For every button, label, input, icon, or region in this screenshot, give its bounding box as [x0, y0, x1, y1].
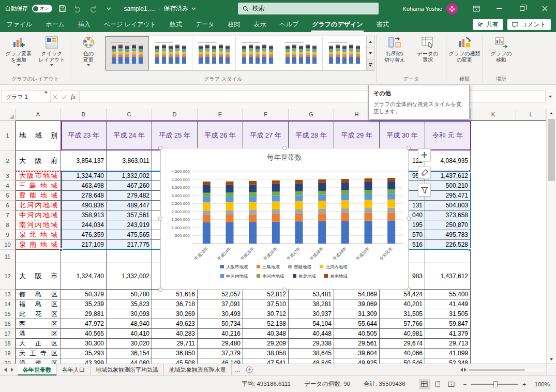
cell-H16[interactable]: 55,644	[334, 319, 380, 329]
gallery-more-button[interactable]	[367, 59, 374, 70]
cell-B12[interactable]: 1,324,740	[61, 263, 107, 290]
cell-C1[interactable]: 平成 24 年	[107, 120, 152, 150]
cell-F15[interactable]: 30,712	[243, 309, 289, 319]
cell-I13[interactable]: 54,424	[380, 290, 425, 299]
cell-J6[interactable]: 504,803	[425, 201, 471, 210]
cell-G20[interactable]: 48,845	[289, 358, 334, 364]
column-header-G[interactable]: G	[289, 109, 334, 120]
cell-B1[interactable]: 平成 23 年	[61, 120, 107, 150]
select-data-button[interactable]: データの 選択	[411, 34, 444, 63]
cell-B10[interactable]: 217,109	[61, 240, 107, 250]
cell-A8[interactable]: 南河内地域	[16, 220, 61, 230]
row-header-12[interactable]: 12	[0, 263, 16, 290]
restore-button[interactable]	[510, 0, 533, 17]
cell-C9[interactable]: 475,565	[107, 230, 152, 240]
cell-F14[interactable]: 37,510	[243, 299, 289, 309]
cell-J10[interactable]: 226,528	[425, 240, 471, 250]
cell-K17[interactable]	[471, 329, 516, 339]
gallery-scroll-up-button[interactable]	[367, 36, 374, 48]
column-header-F[interactable]: F	[243, 109, 289, 120]
cell-A13[interactable]: 都島区	[16, 290, 61, 299]
row-header-11[interactable]: 11	[0, 250, 16, 263]
quick-layout-button[interactable]: クイック レイアウト	[35, 34, 68, 66]
cell-C4[interactable]: 467,260	[107, 181, 152, 191]
select-all-corner[interactable]	[0, 109, 16, 120]
cell-L12[interactable]	[516, 263, 546, 290]
cell-L9[interactable]	[516, 230, 546, 240]
cell-C11[interactable]	[107, 250, 152, 263]
cell-J1[interactable]: 令和 元 年	[425, 120, 471, 150]
user-name[interactable]: Kohama Yoshie	[403, 6, 442, 12]
cell-B8[interactable]: 244,034	[61, 220, 107, 230]
cell-E1[interactable]: 平成 26 年	[198, 120, 243, 150]
cell-B15[interactable]: 29,881	[61, 309, 107, 319]
cell-D20[interactable]: 45,508	[152, 358, 198, 364]
cell-K11[interactable]	[471, 250, 516, 263]
document-title[interactable]: sample1.… - 保存済み	[124, 4, 196, 13]
row-header-14[interactable]: 14	[0, 299, 16, 309]
chart-resize-handle-sw[interactable]	[158, 288, 162, 292]
cell-A4[interactable]: 三島地域	[16, 181, 61, 191]
column-header-L[interactable]: L	[516, 109, 546, 120]
cell-E19[interactable]: 37,379	[198, 349, 243, 358]
cell-E15[interactable]: 30,493	[198, 309, 243, 319]
cell-C8[interactable]: 243,919	[107, 220, 152, 230]
zoom-level[interactable]: 100%	[530, 381, 550, 387]
cell-L14[interactable]	[516, 299, 546, 309]
row-header-10[interactable]: 10	[0, 240, 16, 250]
cell-J9[interactable]: 495,783	[425, 230, 471, 240]
cell-C17[interactable]: 40,410	[107, 329, 152, 339]
cell-B14[interactable]: 35,239	[61, 299, 107, 309]
row-header-19[interactable]: 19	[0, 349, 16, 358]
cell-I17[interactable]: 40,981	[380, 329, 425, 339]
cell-D16[interactable]: 49,623	[152, 319, 198, 329]
cell-I20[interactable]: 50,546	[380, 358, 425, 364]
tab-insert[interactable]: 挿入	[71, 17, 97, 32]
cell-G16[interactable]: 54,104	[289, 319, 334, 329]
hscroll-left-icon[interactable]	[460, 368, 463, 372]
cell-L2[interactable]	[516, 150, 546, 171]
cell-C7[interactable]: 357,561	[107, 210, 152, 220]
cell-J7[interactable]: 373,658	[425, 210, 471, 220]
cell-B3[interactable]: 1,324,740	[61, 171, 107, 181]
tab-chart-design[interactable]: グラフのデザイン	[305, 17, 369, 32]
page-break-preview-button[interactable]	[446, 379, 457, 389]
cell-A10[interactable]: 泉南地域	[16, 240, 61, 250]
tab-overflow-ellipsis[interactable]: …	[232, 364, 244, 375]
chart-filters-button[interactable]	[418, 184, 431, 197]
cell-D19[interactable]: 36,850	[152, 349, 198, 358]
cell-K4[interactable]	[471, 181, 516, 191]
cell-D15[interactable]: 30,269	[152, 309, 198, 319]
row-header-3[interactable]: 3	[0, 171, 16, 181]
chart-style-thumbnail-2[interactable]	[149, 36, 192, 70]
row-header-18[interactable]: 18	[0, 339, 16, 349]
cell-J17[interactable]: 41,379	[425, 329, 471, 339]
column-header-C[interactable]: C	[107, 109, 152, 120]
tab-view[interactable]: 表示	[247, 17, 273, 32]
tab-home[interactable]: ホーム	[39, 17, 71, 32]
cell-H18[interactable]: 29,561	[334, 339, 380, 349]
range-handle[interactable]	[468, 170, 471, 173]
row-header-16[interactable]: 16	[0, 319, 16, 329]
cell-E16[interactable]: 50,734	[198, 319, 243, 329]
autosave-toggle[interactable]: オン	[32, 5, 52, 12]
cell-C6[interactable]: 489,447	[107, 201, 152, 210]
cell-K3[interactable]	[471, 171, 516, 181]
cell-F1[interactable]: 平成 27 年	[243, 120, 289, 150]
change-chart-type-button[interactable]: グラフの種類 の変更	[448, 34, 481, 63]
cell-K15[interactable]	[471, 309, 516, 319]
cell-C3[interactable]: 1,332,002	[107, 171, 152, 181]
row-header-7[interactable]: 7	[0, 210, 16, 220]
cell-G18[interactable]: 29,338	[289, 339, 334, 349]
column-header-D[interactable]: D	[152, 109, 198, 120]
undo-icon[interactable]	[72, 3, 83, 14]
cell-F19[interactable]: 38,058	[243, 349, 289, 358]
cell-L6[interactable]	[516, 201, 546, 210]
cell-D18[interactable]: 29,711	[152, 339, 198, 349]
cell-I18[interactable]: 29,674	[380, 339, 425, 349]
cell-C15[interactable]: 30,093	[107, 309, 152, 319]
zoom-slider[interactable]	[471, 384, 518, 385]
column-header-B[interactable]: B	[61, 109, 107, 120]
normal-view-button[interactable]	[419, 379, 430, 389]
cell-K10[interactable]	[471, 240, 516, 250]
